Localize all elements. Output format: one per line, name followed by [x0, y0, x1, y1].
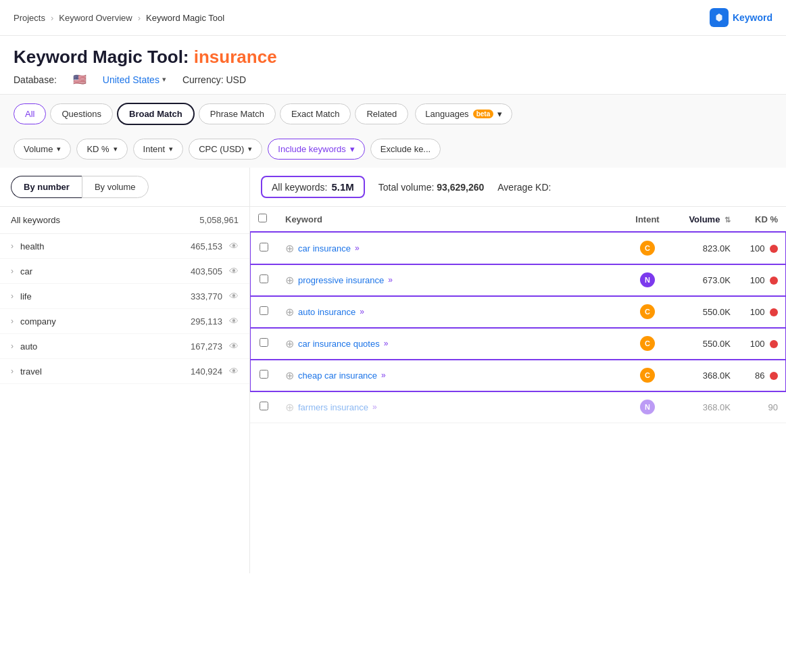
kd-dot-2	[770, 277, 778, 285]
keyword-text-1: car insurance	[298, 243, 351, 254]
keyword-link-3[interactable]: ⊕ auto insurance »	[285, 306, 616, 318]
arrow-icon-6: »	[372, 402, 377, 412]
table-area: All keywords: 5.1M Total volume: 93,629,…	[250, 168, 786, 573]
item-label-auto: auto	[20, 341, 191, 352]
row-checkbox-2[interactable]	[260, 274, 268, 283]
sidebar-header: All keywords 5,058,961	[0, 207, 249, 234]
add-icon-5: ⊕	[285, 369, 294, 382]
match-type-tabs: All Questions Broad Match Phrase Match E…	[0, 95, 786, 133]
include-keywords-filter[interactable]: Include keywords ▾	[268, 139, 364, 160]
vol-cell-4: 550.0K	[671, 328, 739, 360]
expand-icon: ›	[11, 241, 14, 251]
keyword-link-1[interactable]: ⊕ car insurance »	[285, 242, 616, 255]
eye-icon-company[interactable]: 👁	[229, 316, 239, 327]
vol-count: 93,629,260	[437, 182, 484, 193]
vol-cell-6: 368.0K	[671, 391, 739, 423]
sidebar-item-health[interactable]: › health 465,153 👁	[0, 234, 249, 259]
intent-cell-6: N	[624, 391, 671, 423]
table-row: ⊕ farmers insurance » N 368.0K 90	[250, 391, 786, 423]
page-meta: Database: 🇺🇸 United States ▾ Currency: U…	[14, 73, 772, 86]
keyword-link-6[interactable]: ⊕ farmers insurance »	[285, 401, 616, 414]
row-checkbox-3[interactable]	[260, 306, 268, 315]
cpc-chevron-icon: ▾	[248, 145, 252, 153]
kd-cell-4: 100	[739, 328, 786, 360]
sidebar-item-company[interactable]: › company 295,113 👁	[0, 309, 249, 334]
sidebar-all-label: All keywords	[11, 215, 60, 225]
expand-icon: ›	[11, 366, 14, 376]
row-checkbox-4[interactable]	[260, 338, 268, 347]
sort-by-number[interactable]: By number	[11, 176, 82, 198]
eye-icon-travel[interactable]: 👁	[229, 366, 239, 377]
select-all-checkbox[interactable]	[258, 214, 267, 222]
add-icon-3: ⊕	[285, 306, 294, 318]
search-term: insurance	[194, 47, 277, 67]
keyword-text-6: farmers insurance	[298, 402, 368, 412]
tab-phrase-match[interactable]: Phrase Match	[199, 103, 276, 124]
sort-row: By number By volume	[0, 168, 249, 207]
add-icon-1: ⊕	[285, 242, 294, 255]
kw-cell-5: ⊕ cheap car insurance »	[277, 360, 624, 391]
arrow-icon-3: »	[360, 307, 364, 316]
intent-cell-3: C	[624, 296, 671, 328]
kd-filter[interactable]: KD % ▾	[76, 139, 127, 160]
eye-icon-health[interactable]: 👁	[229, 241, 239, 251]
row-checkbox-1[interactable]	[260, 243, 268, 251]
keyword-table: Keyword Intent Volume ⇅ KD %	[250, 207, 786, 423]
stats-volume: Total volume: 93,629,260	[378, 182, 484, 193]
eye-icon-life[interactable]: 👁	[229, 291, 239, 302]
vol-cell-2: 673.0K	[671, 264, 739, 296]
row-checkbox-6[interactable]	[260, 402, 268, 410]
volume-filter[interactable]: Volume ▾	[14, 139, 71, 160]
sidebar-item-life[interactable]: › life 333,770 👁	[0, 284, 249, 309]
arrow-icon-5: »	[381, 370, 386, 380]
include-chevron-icon: ▾	[350, 144, 355, 154]
table-row: ⊕ progressive insurance » N 673.0K 100	[250, 264, 786, 296]
keyword-link-4[interactable]: ⊕ car insurance quotes »	[285, 337, 616, 350]
vol-label: Total volume:	[378, 182, 437, 193]
item-count-company: 295,113	[191, 316, 222, 327]
sort-by-volume[interactable]: By volume	[82, 176, 149, 198]
page-header: Keyword Magic Tool: insurance Database: …	[0, 36, 786, 94]
breadcrumb: Projects › Keyword Overview › Keyword Ma…	[14, 13, 710, 23]
all-keywords-label: All keywords:	[272, 182, 327, 193]
sidebar: By number By volume All keywords 5,058,9…	[0, 168, 250, 573]
keyword-link-2[interactable]: ⊕ progressive insurance »	[285, 274, 616, 287]
breadcrumb-projects[interactable]: Projects	[14, 13, 45, 23]
keyword-link-5[interactable]: ⊕ cheap car insurance »	[285, 369, 616, 382]
tab-related[interactable]: Related	[355, 103, 408, 124]
table-row: ⊕ auto insurance » C 550.0K 100	[250, 296, 786, 328]
tab-exact-match[interactable]: Exact Match	[280, 103, 351, 124]
kd-cell-2: 100	[739, 264, 786, 296]
eye-icon-auto[interactable]: 👁	[229, 341, 239, 352]
row-checkbox-5[interactable]	[260, 370, 268, 379]
eye-icon-car[interactable]: 👁	[229, 266, 239, 277]
kd-cell-3: 100	[739, 296, 786, 328]
cpc-filter[interactable]: CPC (USD) ▾	[189, 139, 262, 160]
col-volume[interactable]: Volume ⇅	[671, 207, 739, 232]
intent-filter[interactable]: Intent ▾	[133, 139, 184, 160]
languages-button[interactable]: Languages beta ▾	[415, 103, 512, 124]
tab-broad-match[interactable]: Broad Match	[117, 103, 195, 125]
item-count-auto: 167,273	[191, 341, 222, 352]
page-title: Keyword Magic Tool: insurance	[14, 47, 772, 68]
kw-cell-1: ⊕ car insurance »	[277, 232, 624, 264]
tab-questions[interactable]: Questions	[50, 103, 113, 124]
intent-badge-3: C	[640, 304, 655, 319]
languages-label: Languages	[425, 109, 468, 119]
sidebar-item-auto[interactable]: › auto 167,273 👁	[0, 334, 249, 359]
intent-badge-2: N	[640, 272, 655, 287]
keyword-text-5: cheap car insurance	[298, 370, 377, 381]
sidebar-item-car[interactable]: › car 403,505 👁	[0, 259, 249, 284]
kd-label: KD %	[87, 144, 109, 154]
table-row: ⊕ car insurance quotes » C 550.0K 100	[250, 328, 786, 360]
title-prefix: Keyword Magic Tool:	[14, 47, 189, 67]
breadcrumb-keyword-overview[interactable]: Keyword Overview	[59, 13, 132, 23]
sidebar-item-travel[interactable]: › travel 140,924 👁	[0, 359, 249, 384]
country-selector[interactable]: United States ▾	[103, 74, 166, 85]
table-row: ⊕ cheap car insurance » C 368.0K 86	[250, 360, 786, 391]
vol-cell-3: 550.0K	[671, 296, 739, 328]
tab-all[interactable]: All	[14, 103, 46, 124]
intent-cell-1: C	[624, 232, 671, 264]
exclude-label: Exclude ke...	[380, 144, 431, 154]
exclude-keywords-filter[interactable]: Exclude ke...	[370, 139, 441, 160]
